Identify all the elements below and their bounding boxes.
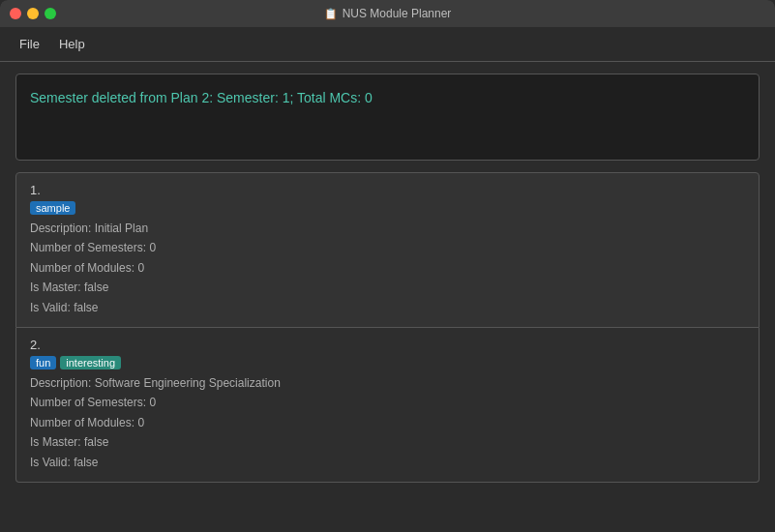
- menu-file[interactable]: File: [12, 33, 47, 55]
- app-icon: 📋: [324, 8, 338, 20]
- output-message: Semester deleted from Plan 2: Semester: …: [30, 90, 373, 105]
- plan-number-1: 1.: [30, 183, 745, 197]
- plan-description-2: Description: Software Engineering Specia…: [30, 373, 745, 472]
- menu-help[interactable]: Help: [51, 33, 93, 55]
- maximize-button[interactable]: [45, 8, 56, 19]
- close-button[interactable]: [10, 8, 21, 19]
- plan-tags-1: sample: [30, 201, 745, 215]
- plan-item-1: 1. sample Description: Initial Plan Numb…: [15, 172, 760, 328]
- plans-list: 1. sample Description: Initial Plan Numb…: [15, 172, 760, 483]
- tag-sample: sample: [30, 201, 75, 215]
- plan-description-1: Description: Initial Plan Number of Seme…: [30, 219, 745, 317]
- app-title-text: NUS Module Planner: [343, 7, 452, 20]
- plan-tags-2: fun interesting: [30, 356, 745, 369]
- main-content: Semester deleted from Plan 2: Semester: …: [0, 62, 775, 494]
- window-title: 📋 NUS Module Planner: [324, 7, 452, 20]
- title-bar: 📋 NUS Module Planner: [0, 0, 775, 27]
- window-controls[interactable]: [10, 8, 56, 19]
- menu-bar: File Help: [0, 27, 775, 62]
- tag-fun: fun: [30, 356, 56, 369]
- output-box: Semester deleted from Plan 2: Semester: …: [15, 74, 760, 161]
- tag-interesting: interesting: [60, 356, 121, 369]
- minimize-button[interactable]: [27, 8, 39, 19]
- plan-number-2: 2.: [30, 338, 745, 352]
- plan-item-2: 2. fun interesting Description: Software…: [15, 328, 760, 483]
